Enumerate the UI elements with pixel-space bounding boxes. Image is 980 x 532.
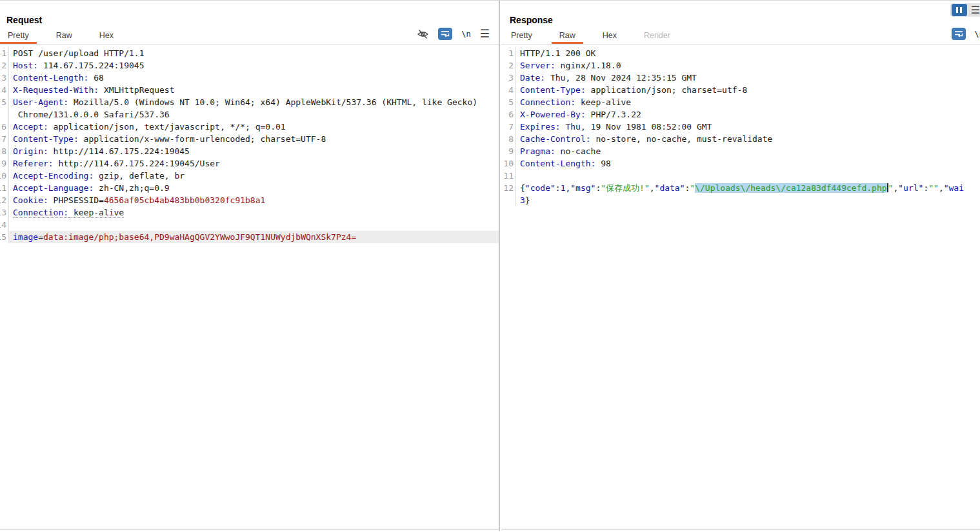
line-number-gutter: 11 [501, 170, 516, 182]
code-line: Chrome/131.0.0.0 Safari/537.36 [0, 108, 499, 121]
hide-eye-icon[interactable] [417, 29, 429, 39]
line-number-gutter: 12 [0, 194, 9, 206]
show-newlines-icon[interactable]: \n [975, 30, 980, 39]
response-editor[interactable]: 1HTTP/1.1 200 OK2Server: nginx/1.18.03Da… [501, 44, 980, 529]
pause-icon[interactable] [952, 4, 967, 16]
show-newlines-icon[interactable]: \n [461, 30, 470, 39]
response-tabs: Pretty Raw Hex Render [503, 28, 690, 44]
line-number-gutter [0, 108, 9, 121]
code-line: 1POST /user/upload HTTP/1.1 [0, 47, 499, 59]
code-line: 8Cache-Control: no-store, no-cache, must… [501, 133, 980, 145]
response-title: Response [510, 15, 553, 25]
line-number-gutter: 1 [0, 47, 9, 59]
line-number-gutter: 10 [501, 157, 516, 170]
line-number-gutter: 1 [501, 47, 516, 59]
tab-render: Render [636, 28, 678, 44]
line-number-gutter: 13 [0, 206, 9, 219]
code-line: 7Content-Type: application/x-www-form-ur… [0, 133, 499, 145]
code-line: 11 [501, 170, 980, 182]
code-line: 7Expires: Thu, 19 Nov 1981 08:52:00 GMT [501, 121, 980, 133]
line-number-gutter: 8 [501, 133, 516, 145]
line-number-gutter: 2 [501, 59, 516, 72]
code-line: 5User-Agent: Mozilla/5.0 (Windows NT 10.… [0, 96, 499, 108]
code-line: 10Content-Length: 98 [501, 157, 980, 170]
request-editor[interactable]: 1POST /user/upload HTTP/1.12Host: 114.67… [0, 44, 499, 529]
line-number-gutter: 7 [0, 133, 9, 145]
line-number-gutter: 5 [0, 96, 9, 108]
line-number-gutter: 4 [0, 84, 9, 96]
line-number-gutter: 4 [501, 84, 516, 96]
code-line: 10Accept-Encoding: gzip, deflate, br [0, 170, 499, 182]
line-number-gutter: 7 [501, 121, 516, 133]
code-line: 2Host: 114.67.175.224:19045 [0, 59, 499, 72]
request-editor-toolbar: \n ☰ [417, 28, 490, 40]
line-number-gutter [501, 194, 516, 206]
tab-pretty[interactable]: Pretty [0, 28, 37, 44]
tab-raw[interactable]: Raw [552, 28, 583, 44]
code-line: 3Content-Length: 68 [0, 72, 499, 84]
tab-hex[interactable]: Hex [92, 28, 121, 44]
line-number-gutter: 3 [501, 72, 516, 84]
line-number-gutter: 5 [501, 96, 516, 108]
code-line: 15image=data:image/php;base64,PD9waHAgQG… [0, 231, 499, 243]
tab-hex[interactable]: Hex [595, 28, 625, 44]
request-title: Request [6, 15, 42, 25]
line-number-gutter: 2 [0, 59, 9, 72]
line-number-gutter: 15 [0, 231, 9, 243]
line-number-gutter: 9 [0, 157, 9, 170]
request-header: Request Pretty Raw Hex [0, 1, 499, 44]
code-line: 1HTTP/1.1 200 OK [501, 47, 980, 59]
soft-wrap-icon[interactable] [438, 28, 452, 40]
code-line: 9Referer: http://114.67.175.224:19045/Us… [0, 157, 499, 170]
code-line: 9Pragma: no-cache [501, 145, 980, 157]
response-panel: Response Pretty Raw Hex Render \n [501, 1, 980, 531]
code-line: 5Connection: keep-alive [501, 96, 980, 108]
soft-wrap-icon[interactable] [952, 28, 966, 40]
code-line: 12Cookie: PHPSESSID=4656af05cb4ab483bb0b… [0, 194, 499, 206]
line-number-gutter: 14 [0, 219, 9, 231]
line-number-gutter: 6 [501, 108, 516, 121]
tab-raw[interactable]: Raw [48, 28, 80, 44]
request-panel: Request Pretty Raw Hex [0, 1, 500, 531]
response-header: Response Pretty Raw Hex Render \n [501, 1, 980, 44]
code-line: 4Content-Type: application/json; charset… [501, 84, 980, 96]
code-line: 6Accept: application/json, text/javascri… [0, 121, 499, 133]
code-line: 14 [0, 219, 499, 231]
tab-pretty[interactable]: Pretty [503, 28, 540, 44]
code-line: 6X-Powered-By: PHP/7.3.22 [501, 108, 980, 121]
request-tabs: Pretty Raw Hex [0, 28, 133, 44]
code-line: 13Connection: keep-alive [0, 206, 499, 219]
code-line: 12{"code":1,"msg":"保存成功!","data":"\/Uplo… [501, 182, 980, 194]
line-number-gutter: 10 [0, 170, 9, 182]
line-number-gutter: 11 [0, 182, 9, 194]
code-line: 3Date: Thu, 28 Nov 2024 12:35:15 GMT [501, 72, 980, 84]
response-editor-toolbar: \n [952, 28, 980, 40]
line-number-gutter: 8 [0, 145, 9, 157]
message-editor: Request Pretty Raw Hex [0, 0, 980, 532]
editor-menu-icon[interactable]: ☰ [480, 28, 490, 39]
panel-menu-icon[interactable]: ☰ [971, 4, 980, 16]
line-number-gutter: 3 [0, 72, 9, 84]
code-line: 4X-Requested-With: XMLHttpRequest [0, 84, 499, 96]
code-line: 3} [501, 194, 980, 206]
line-number-gutter: 9 [501, 145, 516, 157]
intercept-controls: ☰ [950, 3, 980, 17]
code-line: 8Origin: http://114.67.175.224:19045 [0, 145, 499, 157]
code-line: 11Accept-Language: zh-CN,zh;q=0.9 [0, 182, 499, 194]
code-line: 2Server: nginx/1.18.0 [501, 59, 980, 72]
line-number-gutter: 6 [0, 121, 9, 133]
line-number-gutter: 12 [501, 182, 516, 194]
